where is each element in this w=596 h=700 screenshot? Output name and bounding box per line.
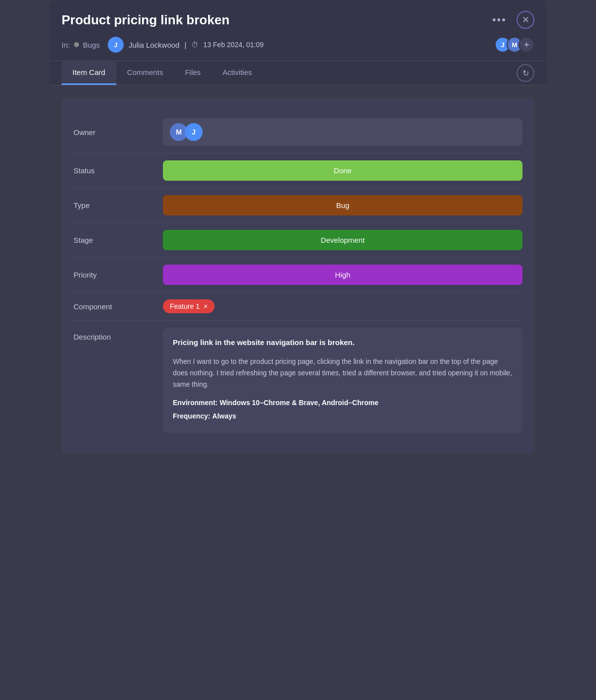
timestamp: 13 Feb 2024, 01:09 xyxy=(203,41,263,49)
tab-item-card[interactable]: Item Card xyxy=(62,61,116,85)
author-name: Julia Lockwood xyxy=(129,41,180,49)
description-para: When I want to go to the product pricing… xyxy=(173,356,513,390)
component-remove-icon[interactable]: × xyxy=(204,302,208,310)
more-button[interactable]: ••• xyxy=(488,11,511,28)
description-environment: Environment: Windows 10–Chrome & Brave, … xyxy=(173,397,513,422)
watchers-avatars: J M ＋ xyxy=(495,37,534,53)
clock-icon: ⏱ xyxy=(191,41,198,49)
project-name: Bugs xyxy=(83,41,100,49)
owner-field: Owner M J xyxy=(74,111,522,153)
description-label: Description xyxy=(74,328,163,341)
component-label: Component xyxy=(74,302,163,311)
priority-button[interactable]: High xyxy=(163,265,522,285)
status-label: Status xyxy=(74,166,163,175)
add-watcher-button[interactable]: ＋ xyxy=(519,37,534,53)
refresh-button[interactable]: ↻ xyxy=(517,64,534,82)
priority-label: Priority xyxy=(74,271,163,279)
priority-value: High xyxy=(163,265,522,285)
tab-activities[interactable]: Activities xyxy=(212,61,263,85)
content-area: Owner M J Status Done Type Bu xyxy=(50,85,546,466)
meta-left: In: Bugs J Julia Lockwood | ⏱ 13 Feb 202… xyxy=(62,37,264,53)
tabs-bar: Item Card Comments Files Activities ↻ xyxy=(50,61,546,85)
freq-line: Frequency: Always xyxy=(173,411,513,422)
env-line: Environment: Windows 10–Chrome & Brave, … xyxy=(173,397,513,409)
stage-button[interactable]: Development xyxy=(163,230,522,250)
header-meta: In: Bugs J Julia Lockwood | ⏱ 13 Feb 202… xyxy=(62,37,534,53)
priority-field: Priority High xyxy=(74,258,522,292)
owner-value: M J xyxy=(163,118,522,146)
component-value: Feature 1 × xyxy=(163,299,522,313)
header: Product pricing link broken ••• ✕ In: Bu… xyxy=(50,0,546,61)
description-box: Pricing link in the website navigation b… xyxy=(163,328,522,433)
status-button[interactable]: Done xyxy=(163,160,522,181)
type-value: Bug xyxy=(163,195,522,215)
main-panel: Product pricing link broken ••• ✕ In: Bu… xyxy=(50,0,546,466)
in-text: In: xyxy=(62,41,70,49)
author-avatar: J xyxy=(108,37,124,53)
close-button[interactable]: ✕ xyxy=(517,11,534,29)
author-row: J Julia Lockwood | ⏱ 13 Feb 2024, 01:09 xyxy=(108,37,264,53)
owner-label: Owner xyxy=(74,128,163,137)
freq-value: Always xyxy=(212,412,236,420)
header-top: Product pricing link broken ••• ✕ xyxy=(62,11,534,29)
component-tag[interactable]: Feature 1 × xyxy=(163,299,215,313)
tab-comments[interactable]: Comments xyxy=(116,61,174,85)
stage-field: Stage Development xyxy=(74,223,522,258)
env-label: Environment: xyxy=(173,399,218,407)
tab-files[interactable]: Files xyxy=(174,61,212,85)
type-label: Type xyxy=(74,201,163,210)
component-field: Component Feature 1 × xyxy=(74,292,522,321)
type-field: Type Bug xyxy=(74,188,522,223)
separator: | xyxy=(184,41,186,49)
item-card: Owner M J Status Done Type Bu xyxy=(62,97,534,454)
close-icon: ✕ xyxy=(522,14,529,25)
status-value: Done xyxy=(163,160,522,181)
meta-right: J M ＋ xyxy=(495,37,534,53)
refresh-icon: ↻ xyxy=(522,69,529,78)
stage-label: Stage xyxy=(74,236,163,244)
freq-label: Frequency: xyxy=(173,412,210,420)
header-actions: ••• ✕ xyxy=(488,11,534,29)
description-bold: Pricing link in the website navigation b… xyxy=(173,337,513,349)
env-value: Windows 10–Chrome & Brave, Android–Chrom… xyxy=(220,399,378,407)
status-field: Status Done xyxy=(74,153,522,188)
component-tag-text: Feature 1 xyxy=(170,302,200,310)
owner-avatars[interactable]: M J xyxy=(163,118,522,146)
project-label: In: Bugs xyxy=(62,41,100,49)
description-field: Description Pricing link in the website … xyxy=(74,321,522,440)
page-title: Product pricing link broken xyxy=(62,12,229,28)
owner-avatar-j: J xyxy=(185,123,203,141)
project-dot xyxy=(74,42,79,47)
type-button[interactable]: Bug xyxy=(163,195,522,215)
tabs-list: Item Card Comments Files Activities xyxy=(62,61,263,85)
stage-value: Development xyxy=(163,230,522,250)
description-value: Pricing link in the website navigation b… xyxy=(163,328,522,433)
